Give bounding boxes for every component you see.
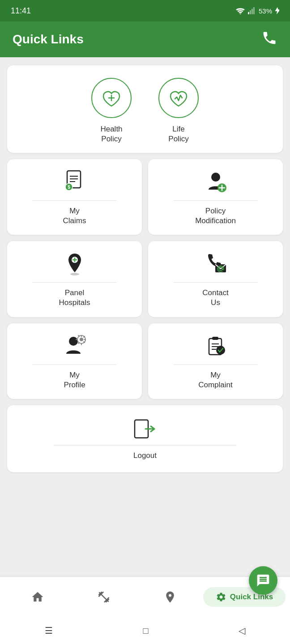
panel-hospitals-card[interactable]: PanelHospitals	[7, 241, 142, 317]
home-button[interactable]: □	[143, 626, 148, 636]
svg-rect-21	[212, 337, 218, 340]
svg-point-19	[80, 338, 83, 341]
health-policy-icon	[100, 86, 123, 110]
svg-rect-3	[252, 9, 253, 14]
time: 11:41	[11, 6, 31, 16]
svg-rect-2	[250, 10, 251, 14]
policy-modification-label: PolicyModification	[195, 206, 236, 226]
logout-card[interactable]: Logout	[7, 405, 283, 472]
grid-row-2: PanelHospitals ContactUs	[7, 241, 283, 317]
my-complaint-icon	[204, 334, 228, 359]
battery: 53%	[259, 7, 272, 15]
my-claims-card[interactable]: $ MyClaims	[7, 159, 142, 235]
nav-fitness[interactable]	[71, 590, 137, 604]
life-policy-label: LifePolicy	[168, 124, 188, 144]
divider	[32, 200, 116, 201]
divider	[54, 445, 237, 445]
signal-icon	[248, 7, 256, 14]
quick-links-icon	[216, 592, 226, 602]
policy-modification-icon	[204, 170, 227, 195]
health-policy-label: HealthPolicy	[100, 124, 122, 144]
home-icon	[31, 590, 44, 604]
phone-button[interactable]	[261, 30, 277, 49]
charging-icon	[275, 7, 279, 14]
logout-icon	[133, 418, 157, 440]
svg-point-17	[69, 337, 78, 346]
nav-agent[interactable]	[137, 590, 203, 604]
fitness-icon	[97, 590, 111, 604]
my-claims-label: MyClaims	[63, 206, 86, 226]
life-policy-item[interactable]: LifePolicy	[158, 78, 199, 144]
my-profile-icon	[63, 334, 87, 359]
my-complaint-label: MyComplaint	[198, 370, 233, 390]
wifi-icon	[235, 7, 245, 14]
page-title: Quick Links	[13, 32, 84, 47]
chat-icon	[256, 573, 270, 588]
svg-rect-1	[248, 12, 249, 14]
status-bar: 11:41 53%	[0, 0, 290, 21]
grid-row-1: $ MyClaims PolicyModification	[7, 159, 283, 235]
my-profile-label: MyProfile	[64, 370, 85, 390]
divider	[173, 200, 257, 201]
panel-hospitals-icon	[64, 252, 86, 277]
divider	[32, 364, 116, 365]
policy-card: HealthPolicy LifePolicy	[7, 65, 283, 153]
my-claims-icon: $	[64, 170, 86, 195]
android-nav: ☰ □ ◁	[0, 617, 290, 644]
policy-modification-card[interactable]: PolicyModification	[148, 159, 283, 235]
divider	[173, 364, 257, 365]
contact-us-label: ContactUs	[202, 288, 229, 308]
app-header: Quick Links	[0, 21, 290, 57]
life-policy-icon	[167, 86, 190, 110]
health-policy-item[interactable]: HealthPolicy	[91, 78, 132, 144]
svg-rect-4	[253, 7, 255, 14]
grid-row-4: Logout	[7, 405, 283, 472]
main-content: HealthPolicy LifePolicy	[0, 57, 290, 577]
status-icons: 53%	[235, 7, 279, 15]
health-policy-icon-circle	[91, 78, 132, 118]
my-complaint-card[interactable]: MyComplaint	[148, 323, 283, 399]
panel-hospitals-label: PanelHospitals	[59, 288, 90, 308]
phone-icon	[261, 30, 277, 46]
my-profile-card[interactable]: MyProfile	[7, 323, 142, 399]
svg-point-0	[240, 14, 241, 14]
back-button[interactable]: ◁	[239, 625, 245, 636]
life-policy-icon-circle	[158, 78, 199, 118]
svg-point-14	[70, 273, 79, 275]
logout-label: Logout	[133, 451, 157, 461]
nav-home[interactable]	[4, 590, 71, 604]
chat-fab[interactable]	[249, 566, 277, 595]
divider	[32, 282, 116, 283]
divider	[173, 282, 257, 283]
menu-button[interactable]: ☰	[45, 625, 53, 636]
agent-icon	[163, 590, 177, 604]
contact-us-card[interactable]: ContactUs	[148, 241, 283, 317]
grid-row-3: MyProfile MyComplaint	[7, 323, 283, 399]
svg-text:$: $	[68, 185, 70, 190]
svg-point-11	[211, 173, 220, 182]
bottom-nav: Quick Links	[0, 577, 290, 617]
contact-us-icon	[204, 252, 228, 277]
